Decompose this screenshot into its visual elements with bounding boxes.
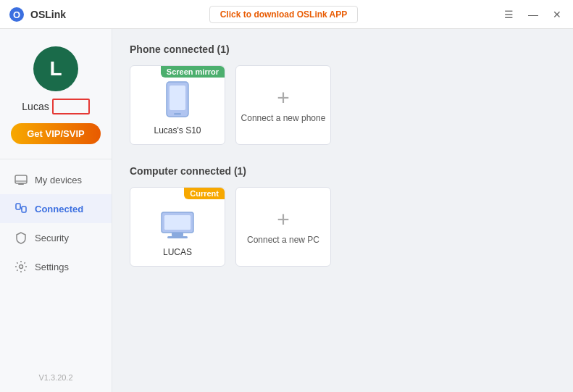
sidebar-item-security-label: Security — [35, 233, 69, 243]
add-phone-card[interactable]: + Connect a new phone — [235, 65, 331, 145]
pc-icon-wrap — [160, 211, 195, 243]
minimize-button[interactable]: — — [525, 7, 541, 22]
devices-icon — [14, 173, 28, 186]
add-phone-plus-icon: + — [277, 87, 290, 109]
shield-icon — [14, 231, 28, 244]
nav-divider — [0, 159, 112, 159]
titlebar: O OSLink Click to download OSLink APP ☰ … — [0, 0, 573, 29]
svg-rect-2 — [15, 175, 27, 183]
phone-card-lucas-s10[interactable]: Screen mirror Lucas's S10 — [130, 65, 225, 145]
download-app-name: OSLink APP — [297, 9, 348, 20]
computer-device-grid: Current LUCAS + Connect a new PC — [130, 187, 556, 267]
phone-section-title: Phone connected (1) — [130, 43, 556, 55]
main-layout: L Lucas Get VIP/SVIP My devices Connecte… — [0, 29, 573, 392]
svg-rect-10 — [170, 86, 185, 110]
titlebar-center: Click to download OSLink APP — [66, 6, 501, 23]
svg-rect-15 — [167, 236, 188, 238]
svg-rect-3 — [18, 183, 24, 185]
vip-button[interactable]: Get VIP/SVIP — [11, 123, 100, 144]
version-label: V1.3.20.2 — [38, 373, 72, 392]
add-pc-label: Connect a new PC — [247, 235, 319, 245]
svg-point-8 — [20, 265, 23, 269]
sidebar: L Lucas Get VIP/SVIP My devices Connecte… — [0, 29, 112, 392]
add-pc-plus-icon: + — [277, 209, 290, 230]
svg-rect-13 — [164, 215, 191, 230]
username-edit-box[interactable] — [52, 99, 90, 114]
sidebar-item-settings-label: Settings — [35, 262, 69, 272]
svg-rect-11 — [174, 113, 181, 115]
svg-rect-14 — [172, 233, 183, 236]
titlebar-right: ☰ — ✕ — [501, 7, 564, 22]
pc-icon — [160, 211, 195, 240]
sidebar-item-my-devices[interactable]: My devices — [0, 165, 112, 194]
phone-label-lucas-s10: Lucas's S10 — [154, 125, 201, 135]
settings-icon — [14, 260, 28, 273]
computer-card-lucas[interactable]: Current LUCAS — [130, 187, 225, 267]
svg-rect-6 — [22, 207, 26, 212]
app-title: OSLink — [30, 9, 66, 20]
download-app-button[interactable]: Click to download OSLink APP — [209, 6, 359, 23]
download-prefix: Click to download — [220, 9, 297, 20]
username-label: Lucas — [22, 101, 49, 112]
phone-icon-wrap — [164, 80, 191, 121]
computer-label-lucas: LUCAS — [163, 247, 192, 257]
add-phone-label: Connect a new phone — [241, 113, 326, 123]
phone-device-grid: Screen mirror Lucas's S10 + Connect a ne… — [130, 65, 556, 145]
sidebar-item-connected[interactable]: Connected — [0, 194, 112, 223]
add-pc-card[interactable]: + Connect a new PC — [235, 187, 331, 267]
sidebar-item-settings[interactable]: Settings — [0, 252, 112, 281]
close-button[interactable]: ✕ — [550, 7, 564, 22]
app-logo-icon: O — [9, 7, 25, 22]
titlebar-left: O OSLink — [9, 7, 66, 22]
username-row: Lucas — [22, 99, 89, 114]
current-badge: Current — [184, 188, 225, 199]
avatar: L — [33, 46, 78, 91]
connected-icon — [14, 202, 28, 215]
sidebar-item-security[interactable]: Security — [0, 223, 112, 252]
screen-mirror-badge: Screen mirror — [161, 66, 225, 78]
content: Phone connected (1) Screen mirror Lucas'… — [112, 29, 573, 392]
svg-text:O: O — [13, 9, 20, 20]
phone-icon — [164, 80, 191, 118]
menu-button[interactable]: ☰ — [501, 7, 516, 22]
computer-section-title: Computer connected (1) — [130, 165, 556, 177]
svg-rect-5 — [16, 204, 20, 209]
sidebar-item-my-devices-label: My devices — [35, 175, 82, 185]
sidebar-item-connected-label: Connected — [35, 204, 83, 214]
